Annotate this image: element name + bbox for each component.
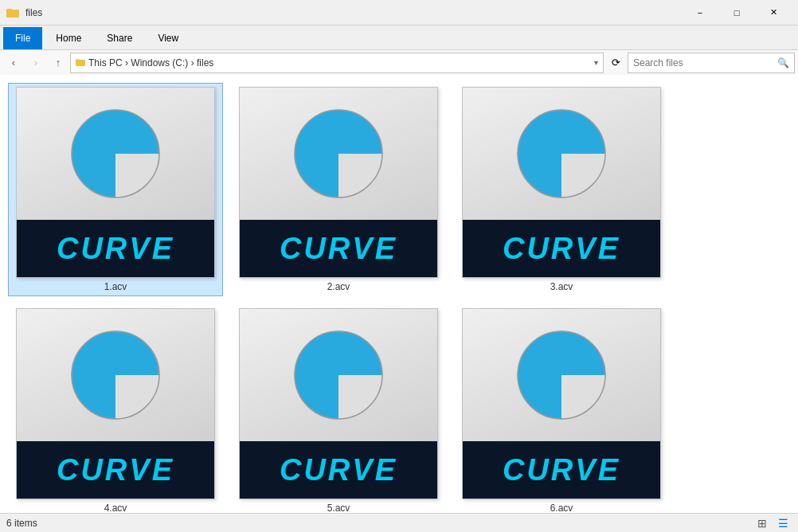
svg-rect-0 [6, 10, 19, 18]
list-item[interactable]: CURVE 4.acv [8, 304, 223, 513]
icon-upper [463, 88, 660, 220]
title-bar: files − □ ✕ [0, 0, 798, 25]
list-item[interactable]: CURVE 5.acv [231, 304, 446, 513]
curve-text-label: CURVE [57, 232, 174, 266]
icon-lower-label: CURVE [240, 220, 437, 277]
file-name-label: 2.acv [327, 281, 350, 292]
curve-text-label: CURVE [280, 232, 397, 266]
file-icon-thumbnail: CURVE [16, 308, 215, 499]
file-icon-thumbnail: CURVE [462, 87, 661, 278]
list-item[interactable]: CURVE 3.acv [454, 83, 669, 296]
file-name-label: 3.acv [550, 281, 573, 292]
search-input[interactable] [633, 57, 774, 68]
main-content: CURVE 1.acv [0, 75, 798, 513]
details-view-button[interactable]: ☰ [774, 514, 792, 532]
icon-upper [17, 309, 214, 441]
file-icon-thumbnail: CURVE [16, 87, 215, 278]
breadcrumb: This PC › Windows (C:) › files [88, 57, 591, 68]
large-icons-view-button[interactable]: ⊞ [753, 514, 771, 532]
file-name-label: 6.acv [550, 503, 573, 513]
curve-logo-icon [291, 106, 386, 201]
minimize-button[interactable]: − [682, 0, 718, 25]
curve-logo-icon [514, 106, 609, 201]
file-icon-thumbnail: CURVE [239, 308, 438, 499]
file-name-label: 4.acv [104, 503, 127, 513]
icon-upper [240, 88, 437, 220]
forward-button[interactable]: › [25, 53, 46, 73]
up-button[interactable]: ↑ [48, 53, 68, 73]
folder-icon [6, 6, 19, 19]
refresh-button[interactable]: ⟳ [605, 53, 626, 73]
icon-upper [463, 309, 660, 441]
icon-lower-label: CURVE [463, 441, 660, 499]
view-controls: ⊞ ☰ [753, 514, 792, 532]
curve-text-label: CURVE [280, 453, 397, 487]
file-name-label: 5.acv [327, 503, 350, 513]
icon-upper [17, 88, 214, 220]
maximize-button[interactable]: □ [718, 0, 755, 25]
curve-logo-icon [514, 327, 609, 423]
file-icon-thumbnail: CURVE [239, 87, 438, 278]
svg-rect-1 [6, 9, 12, 10]
item-count: 6 items [6, 518, 37, 529]
title-bar-icons [6, 6, 19, 19]
search-box[interactable]: 🔍 [628, 53, 795, 73]
icon-lower-label: CURVE [463, 220, 660, 277]
curve-text-label: CURVE [503, 453, 620, 487]
icon-upper [240, 309, 437, 441]
curve-logo-icon [68, 327, 163, 423]
file-name-label: 1.acv [104, 281, 127, 292]
tab-home[interactable]: Home [44, 27, 93, 49]
tab-file[interactable]: File [3, 27, 42, 49]
tab-view[interactable]: View [146, 27, 190, 49]
curve-text-label: CURVE [57, 453, 174, 487]
list-item[interactable]: CURVE 1.acv [8, 83, 223, 296]
curve-logo-icon [291, 327, 386, 423]
address-folder-icon [76, 58, 85, 68]
svg-rect-2 [76, 60, 85, 66]
address-box[interactable]: This PC › Windows (C:) › files ▾ [70, 53, 604, 73]
svg-rect-3 [76, 59, 80, 61]
window-title: files [25, 7, 682, 18]
ribbon-tabs: File Home Share View [0, 25, 798, 49]
curve-logo-icon [68, 106, 163, 201]
list-item[interactable]: CURVE 2.acv [231, 83, 446, 296]
icon-lower-label: CURVE [17, 441, 214, 499]
curve-text-label: CURVE [503, 232, 620, 266]
back-button[interactable]: ‹ [3, 53, 24, 73]
file-icon-thumbnail: CURVE [462, 308, 661, 499]
icon-lower-label: CURVE [17, 220, 214, 277]
list-item[interactable]: CURVE 6.acv [454, 304, 669, 513]
ribbon: File Home Share View [0, 25, 798, 50]
status-bar: 6 items ⊞ ☰ [0, 513, 798, 532]
tab-share[interactable]: Share [95, 27, 144, 49]
window-controls: − □ ✕ [682, 0, 792, 25]
close-button[interactable]: ✕ [755, 0, 792, 25]
search-icon: 🔍 [777, 57, 789, 68]
address-bar-row: ‹ › ↑ This PC › Windows (C:) › files ▾ ⟳… [0, 50, 798, 76]
icon-lower-label: CURVE [240, 441, 437, 499]
dropdown-chevron-icon: ▾ [594, 58, 598, 67]
